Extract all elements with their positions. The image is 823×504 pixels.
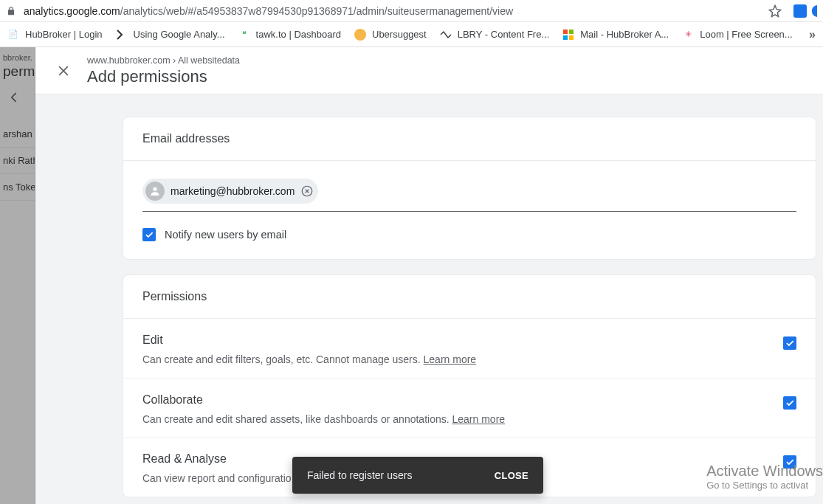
permission-description: Can create and edit filters, goals, etc.… (142, 353, 768, 367)
profile-icon[interactable] (811, 3, 817, 19)
notify-checkbox[interactable] (142, 228, 156, 241)
microsoft-icon (562, 29, 574, 41)
card-header: Email addresses (123, 117, 816, 161)
bookmark-item[interactable]: Using Google Analy... (116, 29, 225, 41)
extension-icon[interactable] (793, 4, 807, 18)
ubersuggest-icon (354, 29, 366, 41)
bookmark-item[interactable]: Mail - HubBroker A... (562, 29, 669, 41)
lbry-icon (440, 29, 452, 41)
learn-more-link[interactable]: Learn more (424, 353, 477, 365)
permission-checkbox[interactable] (783, 336, 796, 350)
toast-text: Failed to register users (307, 469, 412, 481)
page-title: Add permissions (87, 67, 240, 86)
breadcrumb: www.hubbroker.com › All websitedata (87, 55, 240, 66)
panel-body: Email addresses marketing@hubbroker.com (35, 94, 823, 504)
card-header: Permissions (123, 275, 816, 319)
permission-row-collaborate: Collaborate Can create and edit shared a… (123, 379, 816, 438)
file-icon: 📄 (7, 29, 19, 41)
bookmark-item[interactable]: ❝tawk.to | Dashboard (238, 29, 341, 41)
bookmark-item[interactable]: 📄HubBroker | Login (7, 29, 103, 41)
star-icon[interactable] (768, 4, 782, 18)
toast-close-button[interactable]: CLOSE (495, 470, 528, 481)
permission-row-edit: Edit Can create and edit filters, goals,… (123, 319, 816, 379)
svg-point-5 (153, 187, 156, 191)
bookmarks-bar: 📄HubBroker | Login Using Google Analy...… (0, 22, 823, 47)
bookmark-item[interactable]: ✳Loom | Free Screen... (682, 29, 793, 41)
email-addresses-card: Email addresses marketing@hubbroker.com (123, 117, 816, 260)
bookmark-item[interactable]: Ubersuggest (354, 29, 427, 41)
loom-icon: ✳ (682, 29, 694, 41)
tawk-icon: ❝ (238, 29, 250, 41)
svg-rect-2 (569, 30, 574, 34)
email-input-line[interactable]: marketing@hubbroker.com (142, 179, 796, 212)
panel-header: www.hubbroker.com › All websitedata Add … (35, 47, 823, 94)
browser-url-bar: analytics.google.com/analytics/web/#/a54… (0, 0, 823, 22)
bookmark-item[interactable]: LBRY - Content Fre... (440, 29, 550, 41)
notify-label: Notify new users by email (165, 229, 286, 241)
svg-rect-4 (569, 35, 574, 40)
avatar-icon (145, 182, 165, 201)
permission-description: Can create and edit shared assets, like … (142, 412, 768, 427)
slideover-panel: www.hubbroker.com › All websitedata Add … (35, 47, 823, 504)
permission-title: Collaborate (142, 393, 768, 407)
permission-checkbox[interactable] (783, 396, 796, 410)
url-text[interactable]: analytics.google.com/analytics/web/#/a54… (24, 5, 768, 17)
chip-email-text: marketing@hubbroker.com (171, 185, 295, 197)
svg-rect-1 (563, 30, 568, 34)
close-icon[interactable] (56, 63, 71, 78)
svg-point-0 (812, 5, 817, 17)
bookmarks-overflow-icon[interactable]: » (809, 28, 816, 41)
email-chip: marketing@hubbroker.com (142, 179, 318, 204)
permission-checkbox[interactable] (783, 455, 796, 469)
permission-title: Edit (142, 334, 768, 347)
toast-notification: Failed to register users CLOSE (292, 457, 543, 494)
modal-backdrop[interactable] (0, 47, 35, 504)
chip-remove-icon[interactable] (300, 184, 314, 198)
learn-more-link[interactable]: Learn more (452, 413, 505, 425)
svg-rect-3 (563, 35, 568, 40)
lock-icon (6, 6, 16, 16)
analytics-icon (116, 29, 128, 41)
